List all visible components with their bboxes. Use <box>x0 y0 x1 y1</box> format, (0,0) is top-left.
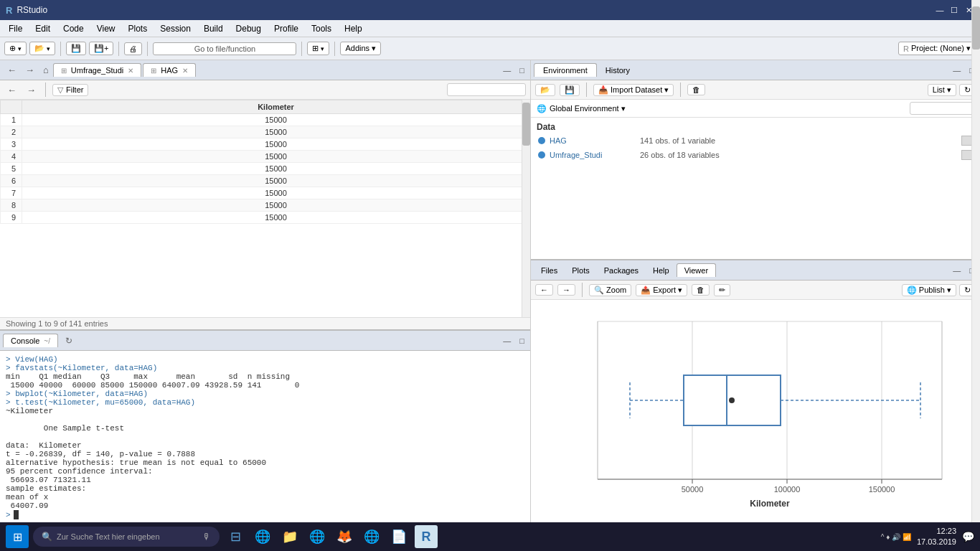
notification-button[interactable]: 💬 <box>962 531 974 542</box>
r-icon[interactable]: R <box>415 525 438 548</box>
plots-delete-button[interactable]: 🗑 <box>692 284 710 296</box>
console-maximize[interactable]: □ <box>517 336 527 346</box>
minimize-panel-button[interactable]: — <box>500 65 514 75</box>
project-selector[interactable]: R Project: (None) ▾ <box>898 42 976 55</box>
console-line-9: One Sample t-test <box>6 424 524 433</box>
data-nav-forward[interactable]: → <box>24 83 39 97</box>
global-env-label[interactable]: Global Environment ▾ <box>550 104 626 113</box>
console-line-3: min Q1 median Q3 max mean sd n missing <box>6 372 524 381</box>
tab-history[interactable]: History <box>597 64 639 77</box>
publish-button[interactable]: 🌐 Publish ▾ <box>902 284 956 296</box>
maximize-panel-button[interactable]: □ <box>517 65 527 75</box>
env-minimize[interactable]: — <box>950 65 963 75</box>
cursor <box>14 510 19 519</box>
nav-forward[interactable]: → <box>21 63 39 77</box>
import-dataset-button[interactable]: 📥 Import Dataset ▾ <box>593 84 674 96</box>
env-clear-button[interactable]: 🗑 <box>687 84 705 95</box>
list-view-button[interactable]: List ▾ <box>928 84 956 96</box>
new-file-button[interactable]: ⊕▾ <box>4 42 27 55</box>
menu-plots[interactable]: Plots <box>123 22 154 35</box>
env-search-input[interactable] <box>910 102 974 115</box>
menu-edit[interactable]: Edit <box>29 22 56 35</box>
env-save-button[interactable]: 💾 <box>560 84 580 96</box>
edge-icon[interactable]: 🌐 <box>251 525 274 548</box>
console-line-6: > t.test(~Kilometer, mu=65000, data=HAG) <box>6 398 524 407</box>
tab-hag-close[interactable]: ✕ <box>182 67 188 75</box>
col-kilometer[interactable]: Kilometer <box>22 100 530 114</box>
plots-forward-button[interactable]: → <box>557 284 575 296</box>
nav-back[interactable]: ← <box>3 63 21 77</box>
source-on-save[interactable]: ↻ <box>62 334 75 347</box>
tab-plots[interactable]: Plots <box>565 264 596 277</box>
taskbar-search[interactable]: 🔍 Zur Suche Text hier eingeben 🎙 <box>33 527 220 547</box>
minimize-button[interactable]: — <box>934 4 946 16</box>
tab-environment[interactable]: Environment <box>534 63 597 77</box>
filter-button[interactable]: ▽ Filter <box>52 84 88 96</box>
explorer-icon[interactable]: 📁 <box>278 525 301 548</box>
taskview-button[interactable]: ⊟ <box>224 525 247 548</box>
console-minimize[interactable]: — <box>500 336 514 346</box>
dataset-umfrage-row: Umfrage_Studi 26 obs. of 18 variables <box>534 148 977 162</box>
save-all-button[interactable]: 💾+ <box>89 42 113 55</box>
nav-home[interactable]: ⌂ <box>39 63 53 77</box>
tab-umfrage-studi[interactable]: ⊞ Umfrage_Studi ✕ <box>53 63 141 77</box>
menu-code[interactable]: Code <box>57 22 90 35</box>
data-nav-back[interactable]: ← <box>4 83 19 97</box>
pdf-icon[interactable]: 📄 <box>387 525 410 548</box>
export-button[interactable]: 📤 Export ▾ <box>636 284 687 296</box>
menu-tools[interactable]: Tools <box>306 22 337 35</box>
menu-file[interactable]: File <box>3 22 28 35</box>
row-value-8: 15000 <box>22 199 530 212</box>
row-num-2: 2 <box>1 126 22 138</box>
row-num-1: 1 <box>1 114 22 126</box>
menu-debug[interactable]: Debug <box>230 22 267 35</box>
open-file-button[interactable]: 📂▾ <box>29 42 55 55</box>
search-icon: 🔍 <box>42 532 52 542</box>
tab-umfrage-close[interactable]: ✕ <box>128 67 133 75</box>
env-toolbar: 📂 💾 📥 Import Dataset ▾ 🗑 List ▾ ↻ <box>531 80 980 100</box>
menu-session[interactable]: Session <box>154 22 197 35</box>
scrollbar-thumb[interactable] <box>522 103 530 146</box>
console-line-12: t = -0.26839, df = 140, p-value = 0.7888 <box>6 450 524 458</box>
plots-minimize[interactable]: — <box>950 265 963 276</box>
menu-build[interactable]: Build <box>198 22 229 35</box>
menu-help[interactable]: Help <box>339 22 368 35</box>
table-search-input[interactable] <box>447 83 526 96</box>
tab-hag-label: HAG <box>161 66 178 75</box>
table-row: 515000 <box>1 163 530 175</box>
browser3-icon[interactable]: 🌐 <box>360 525 383 548</box>
console-prompt[interactable]: > <box>6 510 524 519</box>
console-scrollbar[interactable] <box>971 0 980 551</box>
table-vertical-scrollbar[interactable] <box>522 100 530 317</box>
print-button[interactable]: 🖨 <box>124 42 142 55</box>
taskbar-clock: 12:23 17.03.2019 <box>917 526 956 548</box>
hag-name[interactable]: HAG <box>550 136 636 145</box>
workspace-button[interactable]: ⊞▾ <box>307 42 329 55</box>
addins-button[interactable]: Addins ▾ <box>340 42 381 55</box>
firefox-icon[interactable]: 🦊 <box>333 525 356 548</box>
tab-files[interactable]: Files <box>534 264 565 277</box>
filter-icon: ▽ <box>57 85 63 95</box>
table-row: 715000 <box>1 187 530 199</box>
console-scrollbar-thumb[interactable] <box>972 6 980 50</box>
tab-help[interactable]: Help <box>646 264 677 277</box>
title-bar-controls[interactable]: — ☐ ✕ <box>934 4 974 16</box>
plots-brush-button[interactable]: ✏ <box>714 284 730 296</box>
tab-hag[interactable]: ⊞ HAG ✕ <box>143 63 196 77</box>
maximize-button[interactable]: ☐ <box>948 4 960 16</box>
console-tab[interactable]: Console ~/ <box>3 334 58 347</box>
console-panel-controls: — □ <box>500 336 527 346</box>
zoom-button[interactable]: 🔍 Zoom <box>589 284 631 296</box>
menu-view[interactable]: View <box>91 22 121 35</box>
save-button[interactable]: 💾 <box>66 42 86 55</box>
row-num-6: 6 <box>1 175 22 187</box>
env-load-button[interactable]: 📂 <box>535 84 555 96</box>
tab-viewer[interactable]: Viewer <box>677 263 716 277</box>
goto-file-function[interactable]: Go to file/function <box>153 42 296 55</box>
menu-profile[interactable]: Profile <box>268 22 304 35</box>
start-button[interactable]: ⊞ <box>6 525 29 548</box>
plots-back-button[interactable]: ← <box>535 284 553 296</box>
tab-packages[interactable]: Packages <box>597 264 646 277</box>
browser2-icon[interactable]: 🌐 <box>306 525 329 548</box>
umfrage-name[interactable]: Umfrage_Studi <box>550 151 636 159</box>
